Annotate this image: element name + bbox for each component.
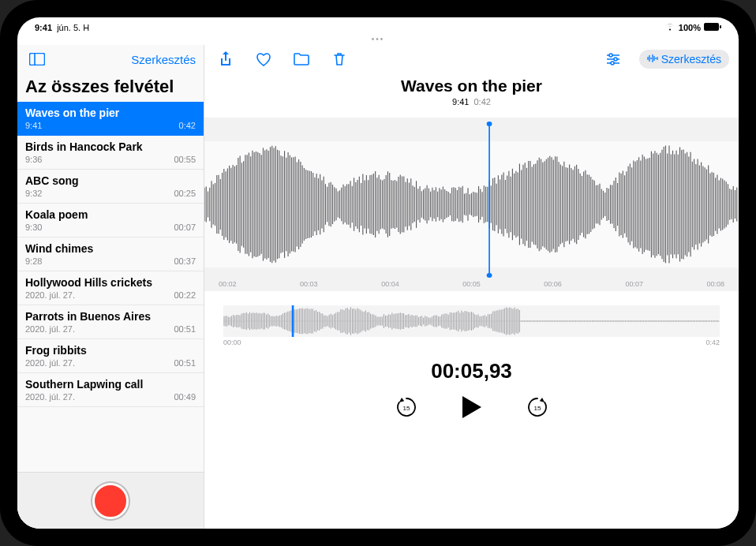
svg-rect-17 xyxy=(204,118,739,141)
recording-list-item[interactable]: Frog ribbits2020. júl. 27.00:51 xyxy=(17,339,204,373)
recording-item-title: Southern Lapwing call xyxy=(25,378,196,391)
recording-item-duration: 0:42 xyxy=(179,121,196,130)
multitask-dots[interactable]: ••• xyxy=(17,35,739,45)
recording-item-duration: 00:51 xyxy=(174,324,196,334)
time-tick: 00:03 xyxy=(300,280,318,288)
recording-item-time: 2020. júl. 27. xyxy=(25,324,75,334)
recording-item-title: Waves on the pier xyxy=(25,107,196,119)
waveform-overview[interactable] xyxy=(223,305,720,337)
recording-list-item[interactable]: Wind chimes9:2800:37 xyxy=(17,237,204,271)
sidebar-title: Az összes felvétel xyxy=(17,73,204,102)
recording-item-duration: 00:55 xyxy=(174,155,196,164)
recording-item-time: 9:41 xyxy=(25,121,42,130)
status-time: 9:41 jún. 5. H xyxy=(35,23,89,32)
recording-meta: 9:410:42 xyxy=(204,97,739,107)
detail-pane: Szerkesztés Waves on the pier 9:410:42 xyxy=(204,45,739,529)
recording-item-time: 2020. júl. 27. xyxy=(25,290,75,300)
time-tick: 00:05 xyxy=(462,280,481,288)
recording-item-time: 9:28 xyxy=(25,256,42,266)
sidebar: Szerkesztés Az összes felvétel Waves on … xyxy=(17,45,204,529)
options-button[interactable] xyxy=(601,47,625,71)
skip-forward-15-button[interactable]: 15 xyxy=(526,395,549,419)
recording-item-time: 9:32 xyxy=(25,189,42,198)
recording-item-title: Birds in Hancock Park xyxy=(25,140,196,153)
screen: 9:41 jún. 5. H 100% ••• Szer xyxy=(17,17,739,529)
sidebar-toolbar: Szerkesztés xyxy=(17,45,204,73)
edit-recording-button[interactable]: Szerkesztés xyxy=(639,50,729,69)
recording-list-item[interactable]: Koala poem9:3000:07 xyxy=(17,204,204,237)
detail-toolbar: Szerkesztés xyxy=(204,45,739,73)
time-tick: 00:02 xyxy=(219,280,237,288)
skip-back-15-button[interactable]: 15 xyxy=(395,395,418,419)
content: Szerkesztés Az összes felvétel Waves on … xyxy=(17,45,739,529)
wifi-icon xyxy=(664,23,676,32)
sidebar-edit-button[interactable]: Szerkesztés xyxy=(131,53,196,66)
waveform-time-axis: 00:0200:0300:0400:0500:0600:0700:08 xyxy=(204,280,739,288)
play-button[interactable] xyxy=(461,395,483,420)
recording-list-item[interactable]: Hollywood Hills crickets2020. júl. 27.00… xyxy=(17,271,204,305)
move-to-folder-button[interactable] xyxy=(290,47,313,71)
recording-item-time: 9:36 xyxy=(25,155,42,164)
recording-list-item[interactable]: Birds in Hancock Park9:3600:55 xyxy=(17,136,204,170)
svg-point-9 xyxy=(611,62,614,65)
recording-item-title: Koala poem xyxy=(25,208,196,221)
recording-item-duration: 00:22 xyxy=(174,290,196,300)
recording-item-title: Hollywood Hills crickets xyxy=(25,276,196,289)
battery-icon xyxy=(704,23,721,32)
svg-text:15: 15 xyxy=(533,405,541,412)
svg-text:15: 15 xyxy=(402,405,410,412)
recording-item-time: 9:30 xyxy=(25,223,42,232)
recording-item-title: Frog ribbits xyxy=(25,344,196,357)
time-tick: 00:06 xyxy=(544,280,562,288)
recording-item-time: 2020. júl. 27. xyxy=(25,392,75,402)
recording-list-item[interactable]: Parrots in Buenos Aires2020. júl. 27.00:… xyxy=(17,305,204,339)
playhead-time: 00:05,93 xyxy=(204,359,739,383)
recording-item-title: Wind chimes xyxy=(25,242,196,255)
status-bar: 9:41 jún. 5. H 100% xyxy=(17,17,739,35)
recording-list-item[interactable]: ABC song9:3200:25 xyxy=(17,170,204,204)
recording-title[interactable]: Waves on the pier xyxy=(204,77,739,95)
recording-list-item[interactable]: Southern Lapwing call2020. júl. 27.00:49 xyxy=(17,373,204,407)
svg-point-5 xyxy=(609,54,612,57)
recording-item-duration: 00:49 xyxy=(174,392,196,402)
battery-percent: 100% xyxy=(679,23,701,32)
svg-point-320 xyxy=(487,122,492,126)
waveform-zoomed[interactable] xyxy=(204,118,739,291)
delete-button[interactable] xyxy=(327,47,351,71)
svg-rect-1 xyxy=(720,25,721,28)
time-tick: 00:08 xyxy=(706,280,724,288)
recording-item-duration: 00:37 xyxy=(174,256,196,266)
svg-rect-2 xyxy=(30,54,45,65)
ipad-frame: 9:41 jún. 5. H 100% ••• Szer xyxy=(0,0,756,546)
svg-rect-0 xyxy=(704,23,719,31)
recording-item-duration: 00:25 xyxy=(174,189,196,198)
toggle-sidebar-button[interactable] xyxy=(25,47,49,71)
recording-list[interactable]: Waves on the pier9:410:42Birds in Hancoc… xyxy=(17,102,204,472)
recording-item-time: 2020. júl. 27. xyxy=(25,358,75,368)
playback-controls: 15 15 xyxy=(204,395,739,420)
recording-item-title: Parrots in Buenos Aires xyxy=(25,310,196,323)
recording-item-duration: 00:51 xyxy=(174,358,196,368)
time-tick: 00:04 xyxy=(381,280,399,288)
waveform-icon xyxy=(647,53,658,65)
share-button[interactable] xyxy=(214,47,238,71)
svg-point-321 xyxy=(487,273,492,278)
status-right: 100% xyxy=(664,23,721,32)
edit-recording-label: Szerkesztés xyxy=(661,53,721,65)
svg-point-7 xyxy=(614,58,617,61)
favorite-button[interactable] xyxy=(252,47,275,71)
recording-list-item[interactable]: Waves on the pier9:410:42 xyxy=(17,102,204,136)
recording-item-title: ABC song xyxy=(25,174,196,187)
time-tick: 00:07 xyxy=(625,280,643,288)
recording-item-duration: 00:07 xyxy=(174,223,196,232)
overview-times: 00:00 0:42 xyxy=(223,338,720,346)
record-button[interactable] xyxy=(92,483,129,519)
record-bar xyxy=(17,472,204,529)
